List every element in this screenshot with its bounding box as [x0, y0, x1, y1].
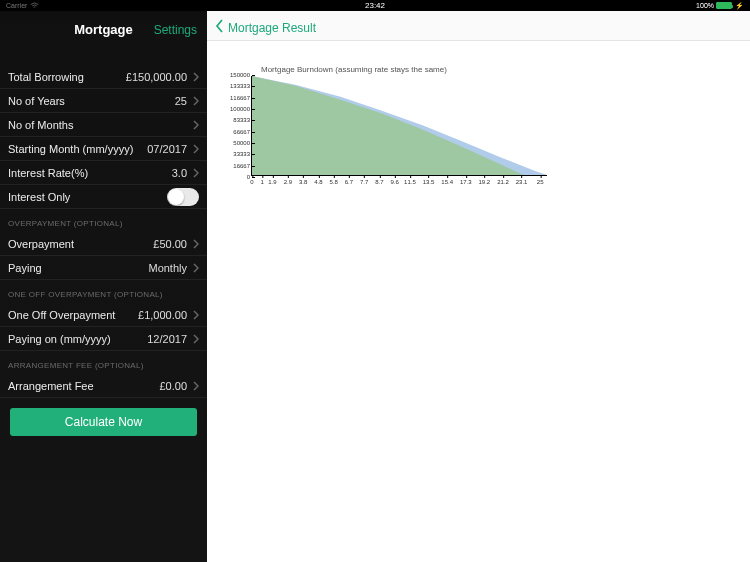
- x-tick: 3.8: [299, 179, 307, 185]
- row-label: Paying: [8, 262, 42, 274]
- x-tick: 7.7: [360, 179, 368, 185]
- row-value: 07/2017: [147, 143, 187, 155]
- y-tick: 66667: [228, 129, 252, 135]
- y-tick: 150000: [228, 72, 252, 78]
- x-tick: 8.7: [375, 179, 383, 185]
- row-label: No of Months: [8, 119, 73, 131]
- row-value: £1,000.00: [138, 309, 187, 321]
- chevron-right-icon: [193, 334, 199, 344]
- main-panel: Mortgage Result Mortgage Burndown (assum…: [207, 11, 750, 562]
- section-label-fee: ARRANGEMENT FEE (OPTIONAL): [0, 351, 207, 374]
- y-tick: 83333: [228, 117, 252, 123]
- chart-x-axis: 0 1 1.9 2.9 3.8 4.8 5.8 6.7 7.7 8.7 9.6 …: [252, 179, 547, 185]
- chevron-right-icon: [193, 72, 199, 82]
- row-value: 12/2017: [147, 333, 187, 345]
- status-right: 100% ⚡: [696, 2, 744, 10]
- row-label: One Off Overpayment: [8, 309, 115, 321]
- x-tick: 6.7: [345, 179, 353, 185]
- sidebar-header: Mortgage Settings: [0, 11, 207, 41]
- row-value: £150,000.00: [126, 71, 187, 83]
- row-label: Paying on (mm/yyyy): [8, 333, 111, 345]
- y-tick: 133333: [228, 83, 252, 89]
- x-tick: 1: [261, 179, 264, 185]
- y-tick: 33333: [228, 151, 252, 157]
- row-overpayment[interactable]: Overpayment £50.00: [0, 232, 207, 256]
- row-label: Total Borrowing: [8, 71, 84, 83]
- burndown-chart: Mortgage Burndown (assuming rate stays t…: [227, 65, 547, 205]
- x-tick: 19.2: [479, 179, 491, 185]
- x-tick: 21.2: [497, 179, 509, 185]
- main-header: Mortgage Result: [207, 11, 750, 41]
- y-tick: 0: [228, 174, 252, 180]
- row-value: £50.00: [153, 238, 187, 250]
- chart-area: Mortgage Burndown (assuming rate stays t…: [207, 41, 750, 562]
- toggle-knob: [168, 189, 184, 205]
- sidebar: Mortgage Settings Total Borrowing £150,0…: [0, 11, 207, 562]
- charging-icon: ⚡: [735, 2, 744, 10]
- y-tick: 116667: [228, 95, 252, 101]
- row-value: 25: [175, 95, 187, 107]
- chart-title: Mortgage Burndown (assuming rate stays t…: [261, 65, 547, 74]
- chart-plot: 150000 133333 116667 100000 83333 66667 …: [251, 76, 547, 176]
- x-tick: 4.8: [314, 179, 322, 185]
- chevron-right-icon: [193, 96, 199, 106]
- device-frame: Carrier 23:42 100% ⚡ Mortgage Settings T…: [0, 0, 750, 562]
- back-button[interactable]: Mortgage Result: [215, 19, 316, 36]
- row-label: Arrangement Fee: [8, 380, 94, 392]
- chevron-right-icon: [193, 381, 199, 391]
- calculate-button[interactable]: Calculate Now: [10, 408, 197, 436]
- row-starting-month[interactable]: Starting Month (mm/yyyy) 07/2017: [0, 137, 207, 161]
- section-label-oneoff: ONE OFF OVERPAYMENT (OPTIONAL): [0, 280, 207, 303]
- row-no-of-years[interactable]: No of Years 25: [0, 89, 207, 113]
- chevron-left-icon: [215, 19, 224, 36]
- x-tick: 11.5: [404, 179, 416, 185]
- chevron-right-icon: [193, 239, 199, 249]
- section-label-overpayment: OVERPAYMENT (OPTIONAL): [0, 209, 207, 232]
- status-left: Carrier: [6, 2, 39, 10]
- carrier-text: Carrier: [6, 2, 27, 9]
- status-bar: Carrier 23:42 100% ⚡: [0, 0, 750, 11]
- row-interest-only[interactable]: Interest Only: [0, 185, 207, 209]
- x-tick: 23.1: [516, 179, 528, 185]
- y-tick: 50000: [228, 140, 252, 146]
- chart-y-axis: 150000 133333 116667 100000 83333 66667 …: [228, 72, 252, 180]
- x-tick: 2.9: [284, 179, 292, 185]
- row-label: Overpayment: [8, 238, 74, 250]
- x-tick: 13.5: [423, 179, 435, 185]
- row-label: Interest Only: [8, 191, 70, 203]
- wifi-icon: [30, 2, 39, 10]
- row-label: No of Years: [8, 95, 65, 107]
- app: Mortgage Settings Total Borrowing £150,0…: [0, 11, 750, 562]
- row-value: 3.0: [172, 167, 187, 179]
- row-interest-rate[interactable]: Interest Rate(%) 3.0: [0, 161, 207, 185]
- y-tick: 100000: [228, 106, 252, 112]
- row-value: Monthly: [148, 262, 187, 274]
- sidebar-title: Mortgage: [74, 22, 133, 37]
- row-one-off[interactable]: One Off Overpayment £1,000.00: [0, 303, 207, 327]
- row-value: £0.00: [159, 380, 187, 392]
- interest-only-toggle[interactable]: [167, 188, 199, 206]
- row-arrangement-fee[interactable]: Arrangement Fee £0.00: [0, 374, 207, 398]
- x-tick: 1.9: [268, 179, 276, 185]
- battery-percent: 100%: [696, 2, 714, 9]
- x-tick: 0: [250, 179, 253, 185]
- x-tick: 25: [537, 179, 544, 185]
- row-total-borrowing[interactable]: Total Borrowing £150,000.00: [0, 65, 207, 89]
- row-label: Interest Rate(%): [8, 167, 88, 179]
- x-tick: 17.3: [460, 179, 472, 185]
- chevron-right-icon: [193, 144, 199, 154]
- row-paying[interactable]: Paying Monthly: [0, 256, 207, 280]
- chevron-right-icon: [193, 120, 199, 130]
- y-tick: 16667: [228, 163, 252, 169]
- back-label: Mortgage Result: [228, 21, 316, 35]
- row-paying-on[interactable]: Paying on (mm/yyyy) 12/2017: [0, 327, 207, 351]
- row-label: Starting Month (mm/yyyy): [8, 143, 133, 155]
- chevron-right-icon: [193, 310, 199, 320]
- battery-icon: [716, 2, 732, 9]
- row-no-of-months[interactable]: No of Months: [0, 113, 207, 137]
- chevron-right-icon: [193, 168, 199, 178]
- x-tick: 15.4: [441, 179, 453, 185]
- settings-link[interactable]: Settings: [154, 23, 197, 37]
- chevron-right-icon: [193, 263, 199, 273]
- x-tick: 5.8: [329, 179, 337, 185]
